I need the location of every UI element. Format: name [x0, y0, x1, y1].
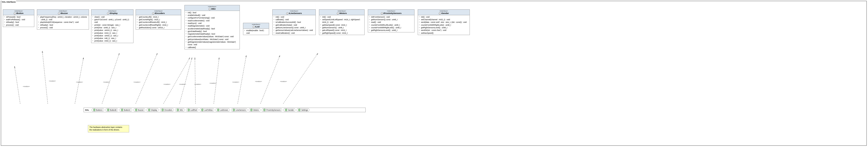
hal-item-motors-label: Motors [253, 109, 259, 111]
class-isender-header: «interface» iISender [418, 9, 470, 15]
note-box: The hardware abstraction layer containst… [88, 125, 129, 132]
class-iimu-body: +init() : bool +enableDefault() : void +… [185, 11, 240, 49]
svg-line-11 [283, 53, 318, 104]
class-iencoders-body: +getCountsLeft() : int16_t +getCountsRig… [136, 15, 181, 30]
svg-line-4 [135, 53, 157, 104]
diagram-border: HAL Interfaces [1, 1, 867, 146]
hal-item-ledred-label: LedRed [190, 109, 197, 111]
c-icon-sender: C [285, 109, 287, 111]
hal-item-proximitysensors[interactable]: C ProximitySensors [262, 108, 282, 112]
hal-item-buzzer[interactable]: C Buzzer [133, 108, 145, 112]
hal-item-encoders-label: Encoders [164, 109, 172, 111]
class-ilinesensors: «interface» iILineSensors +init() : void… [272, 9, 316, 35]
class-imotors-header: «interface» iIMotors [319, 9, 364, 15]
class-ibutton-header: «interface» iIButton [3, 9, 34, 15]
svg-text:«realize»: «realize» [209, 82, 217, 84]
svg-text:«realize»: «realize» [76, 81, 83, 83]
class-imotors: «interface» iIMotors +init() : void +set… [319, 9, 365, 35]
class-ibutton: «interface» iIButton +isPressed() : bool… [3, 9, 34, 27]
class-iproximitysensors-header: «interface» iIProximitySensors [368, 9, 414, 15]
hal-item-ledred[interactable]: C LedRed [186, 108, 198, 112]
hal-item-buttonc[interactable]: C ButtonC [119, 108, 132, 112]
hal-row: HAL C ButtonA C ButtonB C ButtonC C Buzz… [84, 108, 366, 112]
class-imotors-body: +init() : void +setSpeedLimitLeft(speed … [319, 15, 364, 35]
svg-line-8 [214, 58, 219, 104]
hal-item-buttona[interactable]: C ButtonA [92, 108, 104, 112]
hal-item-proximitysensors-label: ProximitySensors [266, 109, 281, 111]
hal-item-sender[interactable]: C Sender [283, 108, 295, 112]
hal-item-settings-label: Settings [301, 109, 308, 111]
svg-line-6 [180, 58, 192, 104]
diagram-title: HAL Interfaces [2, 1, 16, 3]
svg-text:«realize»: «realize» [280, 80, 287, 82]
c-icon-imu: C [177, 109, 179, 111]
hal-item-linesensors-label: LineSensors [236, 109, 246, 111]
class-ibuzzer: «interface» iIBuzzer +playFrequency(freq… [37, 9, 89, 30]
svg-line-9 [238, 55, 246, 104]
svg-text:«realize»: «realize» [232, 81, 239, 83]
hal-item-ledgreen[interactable]: C LedGreen [215, 108, 230, 112]
hal-item-buttonc-label: ButtonC [124, 109, 131, 111]
c-icon-ledyellow: C [201, 109, 204, 111]
class-idisplay: «interface» iIDisplay +clear() : void +g… [91, 9, 133, 43]
class-iled-body: +enable(enable : bool) : void [243, 29, 269, 35]
hal-item-linesensors[interactable]: C LineSensors [231, 108, 247, 112]
hal-item-ledgreen-label: LedGreen [220, 109, 228, 111]
hal-item-buzzer-label: Buzzer [138, 109, 144, 111]
hal-label: HAL [85, 109, 89, 111]
svg-line-2 [75, 58, 84, 104]
class-iencoders-header: «interface» iIEncoders [136, 9, 181, 15]
svg-line-7 [195, 58, 195, 104]
class-isender: «interface» iISender +init() : void +set… [418, 9, 470, 35]
class-idisplay-body: +clear() : void +gotoXY(xCoord : uint8_t… [91, 15, 133, 43]
svg-line-1 [42, 51, 48, 104]
hal-item-ledyellow[interactable]: C LedYellow [199, 108, 214, 112]
c-icon-buzzer: C [135, 109, 137, 111]
hal-item-buttonb-label: ButtonB [110, 109, 117, 111]
hal-item-buttonb[interactable]: C ButtonB [105, 108, 118, 112]
hal-item-encoders[interactable]: C Encoders [160, 108, 174, 112]
c-icon-proximitysensors: C [263, 109, 266, 111]
hal-item-settings[interactable]: C Settings [297, 108, 309, 112]
svg-text:«realize»: «realize» [163, 83, 170, 85]
hal-item-buttona-label: ButtonA [96, 109, 103, 111]
hal-item-imu-label: IMU [180, 109, 183, 111]
class-idisplay-header: «interface» iIDisplay [91, 9, 133, 15]
svg-text:«realize»: «realize» [103, 81, 110, 83]
svg-text:«realize»: «realize» [255, 80, 262, 82]
class-ibuzzer-header: «interface» iIBuzzer [37, 9, 89, 15]
svg-line-3 [102, 53, 119, 104]
hal-item-display[interactable]: C Display [147, 108, 159, 112]
svg-line-10 [260, 55, 280, 104]
c-icon-buttona: C [93, 109, 95, 111]
c-icon-display: C [148, 109, 150, 111]
class-iimu-header: «interface» iIIMU [185, 5, 240, 11]
hal-item-display-label: Display [151, 109, 157, 111]
class-iled-header: «interface» iILed [243, 23, 269, 29]
class-ilinesensors-body: +init() : void +calibrate() : void +isCa… [273, 15, 315, 35]
c-icon-buttonc: C [121, 109, 123, 111]
c-icon-linesensors: C [232, 109, 235, 111]
c-icon-buttonb: C [107, 109, 110, 111]
class-iproximitysensors: «interface» iIProximitySensors +initFron… [368, 9, 414, 32]
class-iproximitysensors-body: +initFrontSensor() : void +getNumSensors… [368, 15, 414, 32]
note-text: The hardware abstraction layer containst… [89, 126, 122, 131]
svg-line-5 [163, 58, 190, 104]
class-isender-body: +init() : void +setChannel(channel : int… [418, 15, 470, 35]
svg-text:«realize»: «realize» [49, 80, 56, 82]
svg-text:«realize»: «realize» [194, 83, 202, 85]
hal-item-motors[interactable]: C Motors [249, 108, 260, 112]
hal-item-imu[interactable]: C IMU [175, 108, 185, 112]
svg-text:«realize»: «realize» [23, 85, 30, 88]
class-ibutton-body: +isPressed() : bool +waitForRelease() : … [3, 15, 34, 27]
svg-text:«realize»: «realize» [133, 81, 141, 83]
class-ibuzzer-body: +playFrequency(freq : uint16_t, duration… [37, 15, 89, 30]
class-iimu: «interface» iIIMU +init() : bool +enable… [184, 5, 240, 49]
svg-text:«realize»: «realize» [179, 83, 186, 85]
class-iencoders: «interface» iIEncoders +getCountsLeft() … [135, 9, 181, 30]
c-icon-settings: C [298, 109, 301, 111]
c-icon-ledgreen: C [217, 109, 219, 111]
class-ilinesensors-header: «interface» iILineSensors [273, 9, 315, 15]
hal-item-ledyellow-label: LedYellow [204, 109, 212, 111]
class-iled: «interface» iILed +enable(enable : bool)… [243, 23, 269, 35]
